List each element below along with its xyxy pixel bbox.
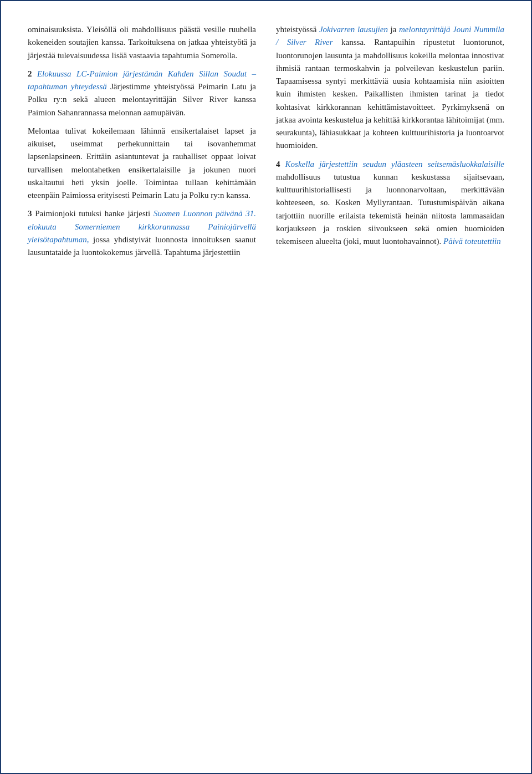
paragraph-2-number: 2 (28, 69, 37, 78)
right-paragraph-1: yhteistyössä Jokivarren lausujien ja mel… (276, 23, 504, 152)
r1-normal-3: kanssa. Rantapuihin ripustetut luontorun… (276, 38, 504, 150)
r1-normal-2: ja (388, 25, 399, 34)
r2-number: 4 (276, 160, 285, 169)
page: ominaisuuksista. Yleisöllä oli mahdollis… (0, 0, 532, 774)
r2-italic-1: Koskella järjestettiin seudun yläasteen … (285, 160, 504, 169)
paragraph-2: 2 Elokuussa LC-Paimion järjestämän Kahde… (28, 68, 256, 119)
r2-normal: mahdollisuus tutustua kunnan keskustassa… (276, 172, 504, 246)
two-column-layout: ominaisuuksista. Yleisöllä oli mahdollis… (28, 23, 504, 264)
paragraph-1: ominaisuuksista. Yleisöllä oli mahdollis… (28, 23, 256, 62)
text-p1: ominaisuuksista. Yleisöllä oli mahdollis… (28, 25, 256, 60)
r1-italic-1: Jokivarren lausujien (319, 25, 388, 34)
r1-normal-1: yhteistyössä (276, 25, 319, 34)
paragraph-4-number: 3 (28, 209, 32, 218)
left-column: ominaisuuksista. Yleisöllä oli mahdollis… (28, 23, 256, 264)
text-p3: Melontaa tulivat kokeilemaan lähinnä ens… (28, 126, 256, 200)
r2-italic-end: Päivä toteutettiin (443, 237, 501, 246)
paragraph-4: 3 Paimionjoki tutuksi hanke järjesti Suo… (28, 207, 256, 259)
right-column: yhteistyössä Jokivarren lausujien ja mel… (276, 23, 504, 264)
paragraph-4-normal-1: Paimionjoki tutuksi hanke järjesti (32, 209, 154, 218)
right-paragraph-2: 4 Koskella järjestettiin seudun yläastee… (276, 158, 504, 248)
paragraph-3: Melontaa tulivat kokeilemaan lähinnä ens… (28, 125, 256, 202)
